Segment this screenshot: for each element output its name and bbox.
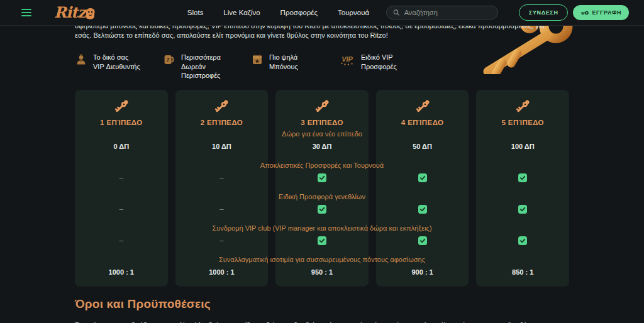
check-icon [318,205,326,214]
cell-value: 950 : 1 [311,268,333,276]
feature-higher-bonuses: Πιο ψηλά Μπόνους [251,53,331,80]
check-icon [418,173,427,182]
level-title: 2 ΕΠΊΠΕΔΟ [201,119,243,126]
row-cells: 1000 : 11000 : 1950 : 1900 : 1850 : 1 [75,268,569,276]
row-label: Δώρο για ένα νέο επίπεδο [75,130,569,138]
cell: 950 : 1 [275,268,369,276]
check-badge [318,236,326,245]
level-header: 3 ΕΠΊΠΕΔΟ [275,99,369,126]
free-spins-icon: 7 [163,53,175,66]
check-badge [318,173,326,182]
terms-body: Το πρόγραμμα επιβράβευσης του Need for S… [75,320,569,323]
check-badge [518,173,527,182]
level-header-row: 1 ΕΠΊΠΕΔΟ2 ΕΠΊΠΕΔΟ3 ΕΠΊΠΕΔΟ4 ΕΠΊΠΕΔΟ5 ΕΠ… [75,90,569,126]
higher-bonuses-icon [251,53,264,66]
row-cells: –– [75,205,569,214]
feature-vip-manager: Το δικό σας VIP Διευθυντής [75,53,155,80]
signup-button-label: ΕΓΓΡΑΦΗ [592,9,621,16]
table-content: 1 ΕΠΊΠΕΔΟ2 ΕΠΊΠΕΔΟ3 ΕΠΊΠΕΔΟ4 ΕΠΊΠΕΔΟ5 ΕΠ… [75,90,569,287]
level-title: 5 ΕΠΊΠΕΔΟ [501,119,544,126]
hamburger-menu-icon[interactable] [21,9,31,16]
feature-label: Πιο ψηλά Μπόνους [269,53,298,71]
check-badge [518,205,527,214]
cell: – [75,173,168,182]
dash-icon: – [219,205,224,214]
svg-text:7: 7 [167,57,170,63]
logo[interactable]: Ritz [54,5,96,20]
feature-free-spins: 7 Περισσότερα Δωρεάν Περιστροφές [163,53,243,80]
cell-value: 10 ΔΠ [212,143,231,150]
cell [476,205,569,214]
dash-icon: – [119,173,123,182]
key-icon [113,99,130,115]
nav-link[interactable]: Slots [187,9,204,16]
cell [376,236,469,245]
row-label: Συναλλαγματική ισοτιμία για συσσωρευμένο… [75,256,569,263]
row-label: Συνδρομή VIP club (VIP manager και αποκλ… [75,224,569,232]
dash-icon: – [219,236,224,245]
intro-line-2: εσάς. Βελτιώστε το επίπεδό σας, απολαύστ… [75,31,569,40]
cell: 850 : 1 [476,268,569,276]
vip-manager-icon [75,53,87,66]
check-icon [418,205,427,214]
dash-icon: – [119,236,123,245]
logo-text: Ritz [54,5,86,20]
nav-link[interactable]: Live Καζίνο [223,9,260,16]
level-header: 1 ΕΠΊΠΕΔΟ [75,99,168,126]
cell: – [175,205,269,214]
cell [376,173,469,182]
vip-features-row: Το δικό σας VIP Διευθυντής 7 Περισσότερα… [75,53,569,80]
check-badge [418,205,427,214]
cell-value: 850 : 1 [512,268,533,276]
key-icon [514,99,531,115]
nav-link[interactable]: Τουρνουά [338,9,369,16]
row-cells: –– [75,236,569,245]
login-button[interactable]: ΣΥΝΔΕΣΗ [519,4,568,21]
cell-value: 900 : 1 [411,268,433,276]
level-title: 1 ΕΠΊΠΕΔΟ [100,119,143,126]
cell [476,173,569,182]
search-input[interactable] [404,9,491,16]
cell-value: 1000 : 1 [209,268,234,276]
cell [476,236,569,245]
cell: 100 ΔΠ [476,142,569,151]
search-icon [393,9,400,16]
terms-title: Όροι και Προϋποθέσεις [75,297,569,311]
feature-label: Το δικό σας VIP Διευθυντής [93,53,140,71]
vip-table: 1 ΕΠΊΠΕΔΟ2 ΕΠΊΠΕΔΟ3 ΕΠΊΠΕΔΟ4 ΕΠΊΠΕΔΟ5 ΕΠ… [75,90,569,287]
row-label: Αποκλειστικές Προσφορές και Τουρνουά [75,162,569,169]
cell [275,236,369,245]
dash-icon: – [219,173,224,182]
cell [275,173,369,182]
cell: – [175,173,269,182]
check-icon [518,205,527,214]
signup-button[interactable]: ΕΓΓΡΑΦΗ [573,5,629,20]
cell: 10 ΔΠ [175,142,269,151]
cell-value: 1000 : 1 [109,268,134,276]
cell: 30 ΔΠ [275,142,369,151]
key-icon-wrap [514,99,531,115]
key-icon [414,99,431,115]
cell [275,205,369,214]
check-icon [318,236,326,245]
feature-label: Ειδικό VIP Προσφορές [361,53,397,71]
cell-value: 100 ΔΠ [511,143,535,150]
cell: 900 : 1 [376,268,469,276]
check-badge [418,173,427,182]
check-icon [318,173,326,182]
search-bar[interactable] [386,6,498,19]
key-small-icon [580,10,589,16]
level-title: 3 ΕΠΊΠΕΔΟ [301,119,343,126]
nav-link[interactable]: Προσφορές [280,9,318,16]
key-icon [314,99,330,115]
ghost-icon [85,8,96,19]
row-cells: 0 ΔΠ10 ΔΠ30 ΔΠ50 ΔΠ100 ΔΠ [75,142,569,151]
feature-vip-offers: VIP Ειδικό VIP Προσφορές [339,53,419,80]
cell-value: 0 ΔΠ [113,143,129,150]
check-icon [518,173,527,182]
dash-icon: – [119,205,123,214]
top-navbar: Ritz SlotsLive ΚαζίνοΠροσφορέςΤουρνουά Σ… [0,0,644,26]
cell: 0 ΔΠ [75,142,168,151]
key-icon-wrap [113,99,130,115]
cell [376,205,469,214]
